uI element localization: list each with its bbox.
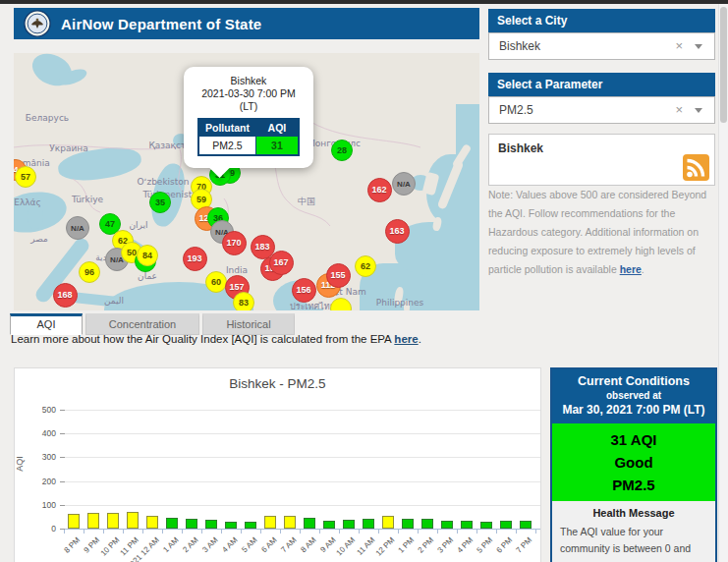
chart-x-tick-mark — [280, 530, 281, 534]
cc-health-section: Health Message The AQI value for your co… — [552, 501, 715, 562]
cc-observed-label: observed at — [554, 390, 713, 401]
chart-x-tick-mark — [398, 530, 399, 534]
aqi-marker[interactable]: 155 — [326, 263, 351, 288]
chart-gridline — [65, 457, 540, 458]
cc-category: Good — [614, 451, 652, 474]
parameter-dropdown-arrow-icon[interactable] — [695, 108, 702, 113]
aqi-marker[interactable]: 170 — [222, 231, 247, 255]
chart-y-tick-label: 0 — [23, 524, 56, 534]
aqi-marker[interactable]: 83 — [233, 292, 254, 310]
tab-concentration[interactable]: Concentration — [85, 313, 199, 335]
aqi-marker[interactable]: 193 — [183, 247, 207, 271]
map-country-label: Philippines — [376, 298, 424, 308]
popup-city: Bishkek — [189, 75, 308, 87]
chart-bar[interactable] — [68, 514, 80, 529]
chart-bar[interactable] — [205, 520, 217, 529]
chart-y-tick-mark — [60, 457, 65, 458]
map-country-label: ประเทศไทย — [290, 300, 335, 310]
chart-bar[interactable] — [323, 521, 335, 529]
cc-health-title: Health Message — [560, 507, 707, 519]
scrollbar[interactable] — [718, 4, 728, 562]
chart-bar[interactable] — [284, 516, 296, 529]
cc-health-message: The AQI value for your community is betw… — [560, 524, 707, 562]
app-header: AirNow Department of State — [14, 8, 479, 39]
map[interactable]: БеларусьУкраинаRomâniaΕλλάςTürkiyeҚазақс… — [14, 53, 479, 310]
map-country-label: 中国 — [298, 196, 315, 208]
chart-bar[interactable] — [421, 519, 433, 529]
chart-bar[interactable] — [500, 521, 512, 529]
chart-bar[interactable] — [382, 516, 394, 529]
map-popup: Bishkek 2021-03-30 7:00 PM (LT) Pollutan… — [184, 67, 313, 168]
city-select-value: Bishkek — [499, 39, 540, 53]
parameter-clear-icon[interactable]: × — [675, 102, 683, 117]
chart-bar[interactable] — [245, 522, 256, 529]
chart-bar[interactable] — [264, 516, 276, 529]
aqi-marker[interactable]: 167 — [269, 251, 294, 275]
chart-bar[interactable] — [520, 521, 532, 529]
aqi-marker[interactable]: 163 — [385, 219, 410, 244]
popup-aqi-value: 31 — [255, 137, 299, 156]
aqi-marker[interactable]: 156 — [292, 278, 316, 303]
chart-bar[interactable] — [402, 519, 414, 529]
aqi-marker[interactable]: 35 — [149, 192, 171, 213]
chart-bar[interactable] — [107, 513, 119, 529]
tab-aqi[interactable]: AQI — [10, 313, 83, 335]
aqi-marker[interactable]: 57 — [15, 166, 36, 188]
chart-bar[interactable] — [441, 521, 453, 529]
chart-x-tick-label: 5 PM — [476, 535, 495, 555]
popup-pollutant-value: PM2.5 — [198, 137, 255, 156]
chart-bar[interactable] — [166, 518, 178, 529]
chart-x-tick-mark — [162, 530, 163, 534]
chart-bar[interactable] — [186, 519, 197, 529]
chart-x-tick-mark — [142, 530, 143, 534]
chart-bar[interactable] — [480, 522, 492, 529]
scrollbar-thumb[interactable] — [720, 7, 727, 123]
state-department-seal-icon — [24, 10, 51, 37]
aqi-marker[interactable]: 62 — [355, 255, 376, 277]
map-country-label: India — [226, 265, 248, 275]
note-here-link[interactable]: here — [620, 263, 642, 275]
select-city-header: Select a City — [488, 9, 715, 32]
chart-x-tick-label: 4 AM — [220, 535, 239, 554]
chart-x-tick-label: 11 AM — [355, 535, 376, 557]
aqi-marker[interactable]: 84 — [137, 245, 158, 266]
map-country-label: عمان — [138, 271, 157, 281]
chart-y-tick-label: 300 — [23, 452, 56, 462]
chart-y-tick-mark — [60, 433, 65, 434]
chart-x-tick-label: 3 PM — [436, 535, 456, 555]
learn-more-here-link[interactable]: here — [394, 333, 418, 345]
chart-bar[interactable] — [461, 521, 473, 529]
chart-x-tick-mark — [201, 530, 202, 534]
chart-x-tick-label: 3 AM — [200, 535, 219, 554]
chart-y-tick-label: 400 — [23, 428, 56, 438]
app-title: AirNow Department of State — [61, 16, 261, 32]
chart-gridline — [65, 433, 540, 434]
chart-bar[interactable] — [225, 522, 237, 529]
aqi-marker[interactable]: 168 — [53, 283, 78, 308]
chart-bar[interactable] — [87, 513, 99, 529]
city-dropdown-arrow-icon[interactable] — [695, 44, 702, 49]
aqi-marker[interactable]: 60 — [205, 271, 227, 293]
tab-historical[interactable]: Historical — [202, 313, 295, 335]
chart-x-tick-mark — [476, 530, 477, 534]
chart-x-tick-label: 1 AM — [161, 535, 180, 554]
chart-bar[interactable] — [363, 519, 374, 529]
city-clear-icon[interactable]: × — [675, 38, 683, 53]
chart-x-tick-mark — [64, 530, 65, 534]
chart-bar[interactable] — [146, 516, 158, 529]
parameter-select[interactable]: PM2.5 × — [488, 96, 715, 124]
aqi-marker[interactable]: 28 — [331, 140, 353, 161]
chart-y-tick-label: 100 — [23, 500, 56, 510]
aqi-marker[interactable]: 96 — [79, 261, 100, 283]
aqi-marker[interactable]: 162 — [367, 178, 392, 202]
chart-bar[interactable] — [343, 520, 355, 529]
chart-bar[interactable] — [127, 512, 139, 529]
rss-icon[interactable] — [683, 154, 709, 181]
chart-x-tick-label: 5 AM — [240, 535, 258, 554]
city-select[interactable]: Bishkek × — [488, 32, 715, 60]
chart-bar[interactable] — [304, 518, 315, 529]
chart-x-tick-label: 6 PM — [495, 535, 515, 555]
aqi-marker[interactable]: N/A — [66, 216, 89, 240]
chart-x-tick-mark — [339, 530, 340, 534]
aqi-marker[interactable]: N/A — [392, 172, 416, 196]
